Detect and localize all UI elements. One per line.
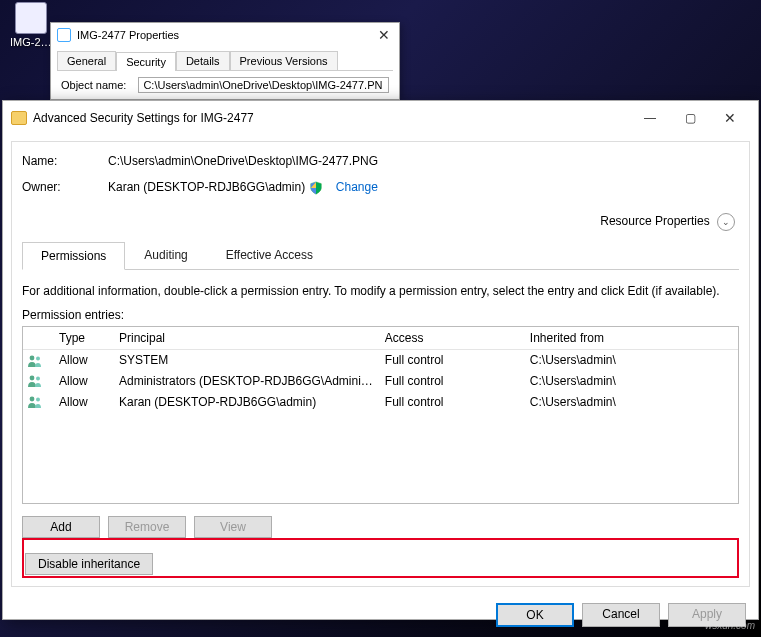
users-icon <box>27 395 43 409</box>
users-icon <box>27 374 43 388</box>
column-type[interactable]: Type <box>53 327 113 350</box>
desktop-file-label: IMG-2… <box>10 36 52 48</box>
cell-inherited: C:\Users\admin\ <box>524 371 738 392</box>
svg-point-0 <box>30 355 35 360</box>
column-icon <box>23 327 53 350</box>
chevron-down-icon: ⌄ <box>717 213 735 231</box>
permission-entries-label: Permission entries: <box>22 308 739 322</box>
table-row[interactable]: AllowSYSTEMFull controlC:\Users\admin\ <box>23 349 738 370</box>
svg-point-3 <box>36 377 40 381</box>
security-tabs: Permissions Auditing Effective Access <box>22 241 739 270</box>
svg-point-2 <box>30 376 35 381</box>
minimize-button[interactable]: — <box>630 107 670 129</box>
properties-window: IMG-2477 Properties ✕ General Security D… <box>50 22 400 100</box>
view-button: View <box>194 516 272 538</box>
properties-tabs: General Security Details Previous Versio… <box>57 51 393 71</box>
close-button[interactable]: ✕ <box>710 107 750 129</box>
tab-auditing[interactable]: Auditing <box>125 241 206 269</box>
shield-icon <box>309 181 323 195</box>
highlight-annotation: Disable inheritance <box>22 538 739 578</box>
name-label: Name: <box>22 154 108 168</box>
permissions-table[interactable]: Type Principal Access Inherited from All… <box>22 326 739 504</box>
table-row[interactable]: AllowKaran (DESKTOP-RDJB6GG\admin)Full c… <box>23 391 738 412</box>
cell-type: Allow <box>53 371 113 392</box>
name-value: C:\Users\admin\OneDrive\Desktop\IMG-2477… <box>108 154 739 168</box>
window-content: Name: C:\Users\admin\OneDrive\Desktop\IM… <box>11 141 750 587</box>
svg-point-5 <box>36 398 40 402</box>
resource-properties[interactable]: Resource Properties ⌄ <box>26 213 735 231</box>
tab-details[interactable]: Details <box>176 51 230 70</box>
maximize-button[interactable]: ▢ <box>670 107 710 129</box>
cell-access: Full control <box>379 391 524 412</box>
ok-button[interactable]: OK <box>496 603 574 627</box>
tab-general[interactable]: General <box>57 51 116 70</box>
object-name-label: Object name: <box>61 79 126 91</box>
cell-principal: Karan (DESKTOP-RDJB6GG\admin) <box>113 391 379 412</box>
tab-effective-access[interactable]: Effective Access <box>207 241 332 269</box>
change-owner-link[interactable]: Change <box>336 180 378 194</box>
disable-inheritance-button[interactable]: Disable inheritance <box>25 553 153 575</box>
cell-inherited: C:\Users\admin\ <box>524 391 738 412</box>
owner-label: Owner: <box>22 180 108 194</box>
window-title: Advanced Security Settings for IMG-2477 <box>33 111 630 125</box>
tab-previous-versions[interactable]: Previous Versions <box>230 51 338 70</box>
tab-permissions[interactable]: Permissions <box>22 242 125 270</box>
cell-principal: SYSTEM <box>113 349 379 370</box>
column-principal[interactable]: Principal <box>113 327 379 350</box>
watermark: wsxdn.com <box>705 620 755 631</box>
owner-text: Karan (DESKTOP-RDJB6GG\admin) <box>108 180 305 194</box>
svg-point-1 <box>36 356 40 360</box>
folder-icon <box>11 111 27 125</box>
help-text: For additional information, double-click… <box>22 284 739 298</box>
cell-access: Full control <box>379 349 524 370</box>
cell-type: Allow <box>53 391 113 412</box>
close-icon[interactable]: ✕ <box>375 27 393 43</box>
column-inherited[interactable]: Inherited from <box>524 327 738 350</box>
dialog-footer: OK Cancel Apply <box>3 595 758 635</box>
image-file-icon <box>15 2 47 34</box>
object-name-field[interactable] <box>138 77 389 93</box>
column-access[interactable]: Access <box>379 327 524 350</box>
advanced-security-window: Advanced Security Settings for IMG-2477 … <box>2 100 759 620</box>
resource-properties-label: Resource Properties <box>600 214 709 228</box>
table-row[interactable]: AllowAdministrators (DESKTOP-RDJB6GG\Adm… <box>23 371 738 392</box>
cell-access: Full control <box>379 371 524 392</box>
titlebar: Advanced Security Settings for IMG-2477 … <box>3 101 758 135</box>
cell-inherited: C:\Users\admin\ <box>524 349 738 370</box>
owner-value: Karan (DESKTOP-RDJB6GG\admin) Change <box>108 180 739 195</box>
file-icon <box>57 28 71 42</box>
users-icon <box>27 354 43 368</box>
cell-principal: Administrators (DESKTOP-RDJB6GG\Admini… <box>113 371 379 392</box>
remove-button: Remove <box>108 516 186 538</box>
desktop-file-icon[interactable]: IMG-2… <box>10 2 52 48</box>
svg-point-4 <box>30 397 35 402</box>
cell-type: Allow <box>53 349 113 370</box>
cancel-button[interactable]: Cancel <box>582 603 660 627</box>
tab-security[interactable]: Security <box>116 52 176 71</box>
add-button[interactable]: Add <box>22 516 100 538</box>
properties-title: IMG-2477 Properties <box>77 29 375 41</box>
